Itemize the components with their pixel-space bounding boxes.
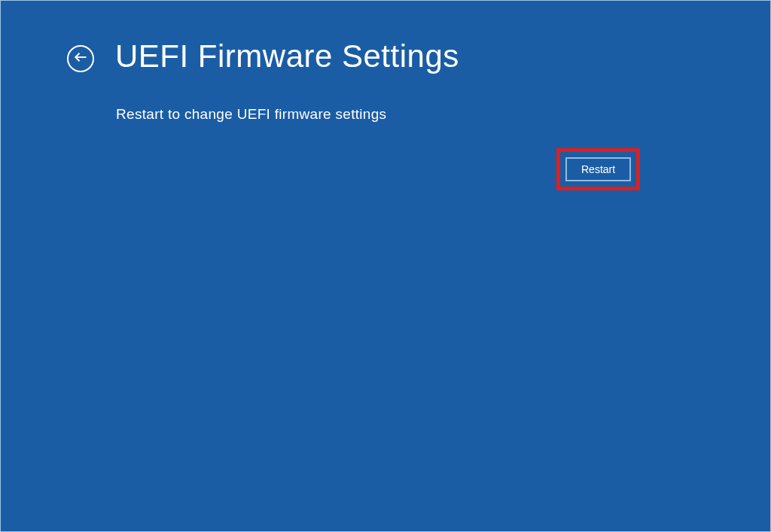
page-header: UEFI Firmware Settings (1, 1, 770, 74)
page-description: Restart to change UEFI firmware settings (1, 74, 770, 123)
page-title: UEFI Firmware Settings (115, 38, 459, 74)
restart-button[interactable]: Restart (565, 157, 631, 181)
annotation-highlight: Restart (556, 148, 640, 190)
back-button[interactable] (67, 45, 94, 72)
action-button-area: Restart (556, 148, 640, 190)
back-arrow-icon (74, 50, 87, 67)
